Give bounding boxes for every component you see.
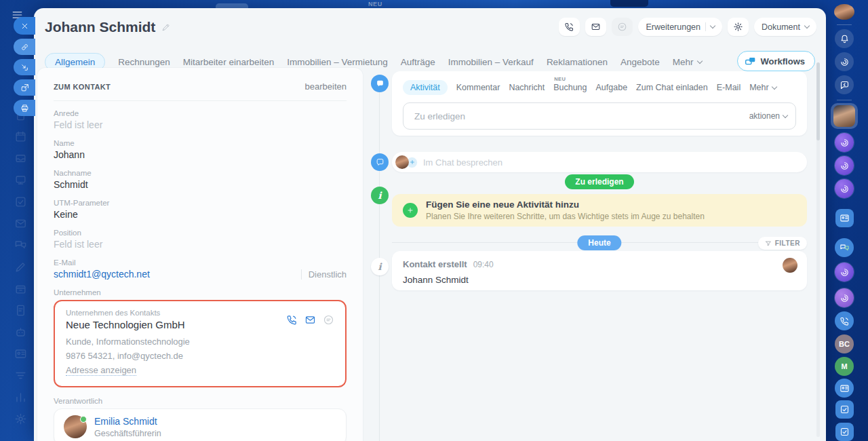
responsible-role: Geschäftsführerin: [94, 429, 161, 438]
divider: [54, 100, 347, 101]
avatar: [833, 105, 855, 127]
close-slider-button[interactable]: [14, 17, 35, 35]
status-row: Zu erledigen: [392, 174, 807, 189]
responsible-label: Verantwortlich: [54, 397, 347, 405]
chat-input-pill[interactable]: Im Chat besprechen: [392, 152, 807, 172]
field-name: Name Johann: [54, 139, 347, 160]
tab-angebote[interactable]: Angebote: [620, 57, 660, 67]
timeline-tab-aktivitaet[interactable]: Aktivität: [403, 80, 448, 95]
panel-header: Johann Schmidt Erweiterungen: [34, 8, 826, 43]
timeline-tab-buchung[interactable]: NEUBuchung: [553, 83, 587, 92]
responsible-name-link[interactable]: Emilia Schmidt: [94, 416, 157, 427]
tab-immobilien-verkauf[interactable]: Immobilien – Verkauf: [448, 57, 534, 67]
chat-badge-bc[interactable]: BC: [835, 334, 854, 353]
copy-link-button[interactable]: [14, 39, 35, 55]
responsible-card: Emilia Schmidt Geschäftsführerin: [54, 408, 347, 441]
edit-contact-link[interactable]: bearbeiten: [305, 81, 347, 92]
minimize-button[interactable]: [14, 59, 35, 75]
notifications-bell-icon[interactable]: [835, 29, 854, 48]
group-chat-icon[interactable]: [835, 238, 854, 257]
scrollbar-track[interactable]: [816, 62, 820, 437]
todo-status-badge: Zu erledigen: [565, 174, 633, 189]
todo-input[interactable]: [413, 111, 749, 122]
copilot-chat-icon[interactable]: [835, 288, 854, 307]
plus-icon: [403, 203, 418, 218]
open-in-window-button[interactable]: [14, 79, 35, 96]
call-button[interactable]: [559, 18, 580, 36]
timeline-tab-kommentar[interactable]: Kommentar: [456, 83, 500, 92]
avatar: [395, 155, 409, 169]
email-link[interactable]: schmidt1@qyctech.net: [54, 269, 150, 280]
workflows-icon: [745, 56, 756, 66]
entry-time: 09:40: [473, 260, 494, 269]
calendar-icon: [14, 130, 27, 143]
copilot-chat-icon[interactable]: [835, 156, 854, 175]
timeline-tab-zum-chat-einladen[interactable]: Zum Chat einladen: [636, 83, 708, 92]
robot-icon: [14, 326, 27, 339]
actions-dropdown[interactable]: aktionen: [749, 111, 787, 121]
hint-subtitle: Planen Sie Ihre weiteren Schritte, um da…: [426, 212, 705, 221]
email-type-tag: Dienstlich: [301, 269, 347, 280]
chevron-down-icon: [696, 58, 702, 63]
erweiterungen-dropdown[interactable]: Erweiterungen: [638, 18, 722, 36]
contact-card-chat-icon[interactable]: [835, 209, 854, 227]
company-mail-icon[interactable]: [304, 314, 316, 326]
timeline-tab-aufgabe[interactable]: Aufgabe: [596, 83, 628, 92]
dokument-label: Dokument: [762, 22, 800, 32]
tab-rechnungen[interactable]: Rechnungen: [118, 57, 170, 67]
show-address-link[interactable]: Adresse anzeigen: [66, 365, 136, 376]
copilot-chat-icon[interactable]: [835, 263, 854, 282]
company-line1: Kunde, Informationstechnologie: [66, 335, 334, 349]
chat-badge-m[interactable]: M: [835, 357, 854, 376]
edit-title-icon[interactable]: [161, 22, 171, 32]
company-chat-disabled-icon: [323, 314, 334, 326]
sidebar-ghost-icons: [14, 109, 27, 425]
app-stage: NEU: [0, 0, 868, 441]
print-button[interactable]: [14, 100, 35, 116]
chat-history-icon[interactable]: [835, 75, 854, 94]
workflows-label: Workflows: [761, 56, 806, 66]
dokument-dropdown[interactable]: Dokument: [754, 18, 816, 36]
chat-disabled-button: [612, 18, 633, 36]
chevron-down-icon: [710, 23, 715, 28]
entry-body: Johann Schmidt: [403, 275, 796, 285]
active-chat-avatar[interactable]: [831, 103, 858, 129]
tab-immobilien-vermietung[interactable]: Immobilien – Vermietung: [287, 57, 388, 67]
field-position: Position Feld ist leer: [54, 229, 347, 250]
scrollbar-thumb[interactable]: [816, 62, 820, 140]
activity-hint-card[interactable]: Fügen Sie eine neue Aktivität hinzu Plan…: [392, 194, 807, 227]
profile-avatar[interactable]: [834, 4, 854, 20]
hint-title: Fügen Sie eine neue Aktivität hinzu: [426, 199, 705, 210]
divider: [837, 24, 852, 25]
tab-mitarbeiter-einarbeiten[interactable]: Mitarbeiter einarbeiten: [183, 57, 274, 67]
check-square-icon: [14, 195, 27, 208]
company-call-icon[interactable]: [286, 314, 298, 326]
tab-auftraege[interactable]: Aufträge: [401, 57, 435, 67]
copilot-chat-icon[interactable]: [835, 133, 854, 152]
divider: [705, 22, 706, 31]
info-icon: i: [371, 187, 389, 204]
date-badge: Heute: [577, 235, 621, 250]
filter-button[interactable]: FILTER: [758, 237, 807, 250]
tab-mehr[interactable]: Mehr: [673, 57, 702, 67]
pen-icon: [14, 261, 27, 273]
calls-icon[interactable]: [835, 311, 854, 330]
chevron-down-icon: [783, 112, 788, 117]
background-dark-pill: [610, 0, 648, 7]
timeline-tab-email[interactable]: E-Mail: [717, 83, 741, 92]
company-name: Neue Technologien GmbH: [66, 319, 185, 330]
tasks-chat-icon[interactable]: [835, 423, 854, 441]
settings-button[interactable]: [728, 18, 749, 36]
contact-chat-icon[interactable]: [835, 379, 854, 398]
tasks-chat-icon[interactable]: [835, 400, 854, 419]
archive-icon: [14, 282, 27, 295]
copilot-icon[interactable]: [835, 52, 854, 71]
date-separator: Heute FILTER: [392, 235, 807, 250]
tab-reklamationen[interactable]: Reklamationen: [547, 57, 608, 67]
email-button[interactable]: [585, 18, 606, 36]
company-sublabel: Unternehmen des Kontakts: [66, 309, 185, 317]
copilot-chat-icon[interactable]: [835, 179, 854, 198]
timeline-tab-nachricht[interactable]: Nachricht: [509, 83, 545, 92]
timeline-tab-mehr[interactable]: Mehr: [749, 83, 776, 92]
timeline-entry-card[interactable]: Kontakt erstellt 09:40 Johann Schmidt: [392, 251, 807, 290]
